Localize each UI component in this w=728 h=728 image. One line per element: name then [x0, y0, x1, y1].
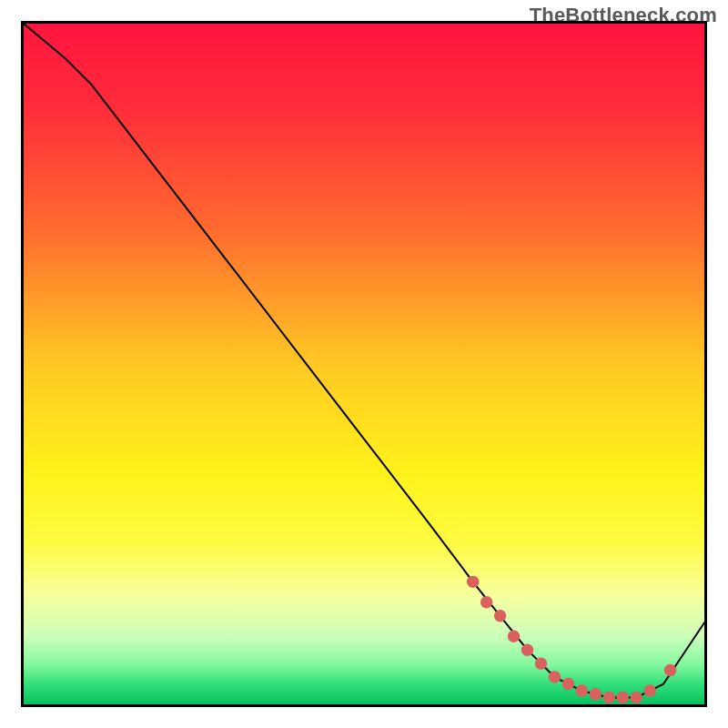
dot-cluster	[24, 24, 704, 704]
data-dot	[603, 692, 615, 703]
chart-root: TheBottleneck.com	[0, 0, 728, 728]
data-dot	[590, 688, 602, 700]
data-dot	[480, 596, 492, 608]
data-dot	[535, 657, 547, 669]
data-dot	[576, 684, 588, 696]
data-dot	[494, 610, 506, 622]
data-dot	[617, 692, 629, 703]
data-dot	[467, 576, 479, 588]
data-dot	[549, 671, 561, 682]
data-dot	[630, 692, 642, 703]
data-dot	[562, 678, 574, 690]
plot-area	[21, 21, 707, 707]
data-dot	[643, 684, 655, 696]
data-dot	[521, 643, 533, 655]
data-dot	[664, 664, 676, 676]
data-dot	[508, 630, 520, 642]
